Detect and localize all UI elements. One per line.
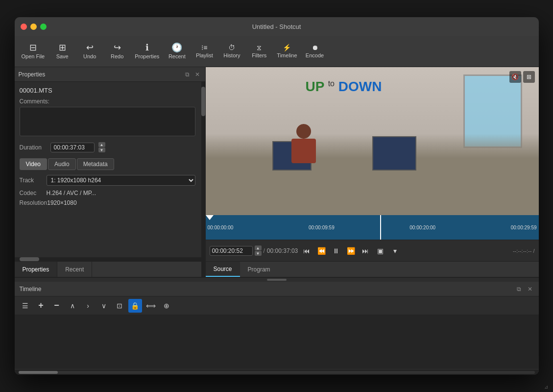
mark-in-out[interactable]: ▣	[374, 245, 386, 257]
save-button[interactable]: ⊞ Save	[49, 39, 75, 64]
tab-audio[interactable]: Audio	[48, 158, 76, 170]
close-button[interactable]	[21, 24, 27, 30]
filters-button[interactable]: ⧖ Filters	[246, 39, 272, 64]
open-file-button[interactable]: ⊟ Open File	[19, 39, 48, 64]
panel-tabs: Properties Recent	[15, 261, 205, 277]
undo-label: Undo	[83, 53, 96, 59]
properties-label: Properties	[135, 53, 159, 59]
recent-button[interactable]: 🕐 Recent	[164, 39, 190, 64]
duration-up[interactable]: ▲	[98, 142, 105, 147]
properties-button[interactable]: ℹ Properties	[132, 39, 162, 64]
time-down[interactable]: ▼	[255, 251, 262, 256]
resolution-value: 1920×1080	[47, 199, 76, 206]
current-time-input[interactable]	[210, 246, 253, 256]
window-title: Untitled - Shotcut	[252, 23, 301, 30]
track-select[interactable]: 1: 1920x1080 h264	[47, 175, 195, 186]
pause-button[interactable]: ⏸	[330, 245, 342, 257]
duration-input[interactable]	[50, 143, 95, 152]
timeline-button[interactable]: ⚡ Timeline	[274, 39, 300, 64]
duration-down[interactable]: ▼	[98, 147, 105, 152]
playlist-icon: ⁝≡	[201, 44, 207, 51]
properties-panel-header: Properties ⧉ ✕	[15, 67, 205, 82]
in-out-display: --:--:--:-- /	[513, 248, 535, 254]
move-up-button[interactable]: ∧	[66, 299, 79, 313]
drag-handle[interactable]	[15, 278, 539, 282]
undo-icon: ↩	[86, 43, 94, 52]
h-scrollbar-thumb[interactable]	[20, 257, 39, 261]
source-tab[interactable]: Source	[206, 262, 240, 277]
logo-to: to	[328, 79, 335, 88]
ripple-button[interactable]: ⟺	[144, 299, 158, 313]
v-scrollbar-thumb[interactable]	[201, 87, 205, 116]
timeline-label: Timeline	[277, 52, 297, 58]
play-button[interactable]: ⏩	[345, 245, 357, 257]
timeline-menu-button[interactable]: ☰	[19, 299, 32, 313]
program-tab[interactable]: Program	[240, 262, 278, 277]
panel-tab-properties[interactable]: Properties	[15, 262, 58, 277]
encode-icon: ⏺	[312, 44, 318, 51]
logo-down: DOWN	[338, 79, 382, 94]
transport-bar: ▲ ▼ / 00:00:37:03 ⏮ ⏪ ⏸ ⏩ ⏭ ▣ ▾ --:--:--…	[206, 240, 539, 261]
timeline-ruler[interactable]: 00:00:00:00 00:00:09:59 00:00:20:00 00:0…	[206, 215, 539, 240]
duration-row: Duration ▲ ▼	[20, 142, 195, 152]
filters-icon: ⧖	[257, 44, 262, 51]
float-timeline-button[interactable]: ⧉	[515, 285, 523, 293]
main-toolbar: ⊟ Open File ⊞ Save ↩ Undo ↪ Redo ℹ Prope…	[15, 36, 539, 67]
scrollbar-track[interactable]	[19, 371, 535, 374]
logo-up: UP	[306, 79, 324, 94]
duration-spinner: ▲ ▼	[98, 142, 105, 152]
playhead[interactable]	[380, 215, 381, 240]
playlist-button[interactable]: ⁝≡ Playlist	[192, 39, 217, 64]
rewind-button[interactable]: ⏪	[315, 245, 327, 257]
scrollbar-thumb[interactable]	[19, 371, 58, 374]
filters-label: Filters	[252, 52, 266, 58]
mute-icon[interactable]: 🔇	[509, 71, 521, 83]
timeline-timestamps: 00:00:00:00 00:00:09:59 00:00:20:00 00:0…	[206, 215, 539, 240]
panel-header-buttons: ⧉ ✕	[184, 71, 201, 78]
move-right-button[interactable]: ›	[81, 299, 95, 313]
left-panel: Properties ⧉ ✕ 00001.MTS Comments: Durat…	[15, 67, 206, 277]
history-button[interactable]: ⏱ History	[219, 39, 244, 64]
fullscreen-icon[interactable]: ⊞	[523, 71, 535, 83]
ts-2: 00:00:20:00	[408, 225, 437, 230]
duration-label: Duration	[20, 144, 47, 151]
close-panel-button[interactable]: ✕	[193, 71, 201, 78]
horizontal-scrollbar[interactable]	[15, 257, 205, 261]
track-label: Track	[20, 177, 47, 184]
snap-button[interactable]: 🔒	[128, 299, 142, 313]
video-overlay-icons: 🔇 ⊞	[509, 71, 535, 83]
video-frame: UP to DOWN	[206, 67, 539, 215]
time-spinner: ▲ ▼	[255, 245, 262, 256]
time-display: ▲ ▼ / 00:00:37:03	[210, 245, 298, 256]
vertical-scrollbar[interactable]	[201, 82, 205, 277]
float-panel-button[interactable]: ⧉	[184, 71, 192, 78]
comments-input[interactable]	[20, 107, 195, 136]
add-clip-button[interactable]: +	[34, 299, 48, 313]
time-up[interactable]: ▲	[255, 245, 262, 250]
in-out-time: --:--:--:-- /	[513, 248, 535, 254]
traffic-lights	[21, 24, 47, 30]
encode-button[interactable]: ⏺ Encode	[302, 39, 328, 64]
move-down-button[interactable]: ∨	[97, 299, 111, 313]
resolution-row: Resolution 1920×1080	[20, 199, 195, 206]
skip-to-start-button[interactable]: ⏮	[301, 245, 313, 257]
drag-handle-indicator	[267, 279, 287, 281]
panel-tab-recent[interactable]: Recent	[57, 262, 92, 277]
skip-to-end-button[interactable]: ⏭	[360, 245, 371, 257]
track-row: Track 1: 1920x1080 h264	[20, 175, 195, 186]
dropdown-button[interactable]: ▾	[389, 245, 401, 257]
remove-clip-button[interactable]: −	[50, 299, 64, 313]
redo-label: Redo	[111, 53, 123, 59]
timeline-settings-button[interactable]: ⊕	[160, 299, 173, 313]
split-view-button[interactable]: ⊡	[113, 299, 126, 313]
timeline-ruler-bar[interactable]: 00:00:00:00 00:00:09:59 00:00:20:00 00:0…	[206, 215, 539, 240]
undo-button[interactable]: ↩ Undo	[77, 39, 102, 64]
timeline-header-buttons: ⧉ ✕	[515, 285, 534, 293]
redo-button[interactable]: ↪ Redo	[104, 39, 130, 64]
maximize-button[interactable]	[40, 24, 47, 30]
minimize-button[interactable]	[30, 24, 37, 30]
tab-video[interactable]: Video	[20, 158, 47, 170]
timeline-scrollbar[interactable]	[15, 369, 539, 375]
close-timeline-button[interactable]: ✕	[526, 285, 534, 293]
tab-metadata[interactable]: Metadata	[77, 158, 114, 170]
